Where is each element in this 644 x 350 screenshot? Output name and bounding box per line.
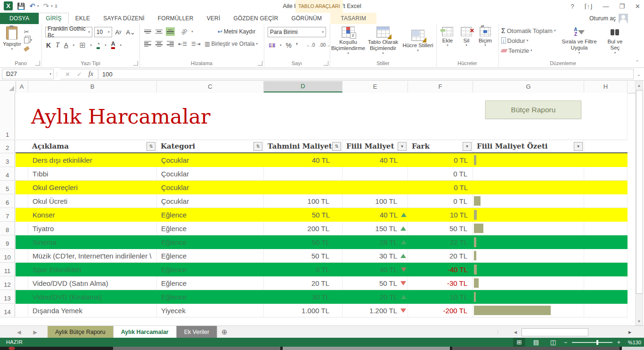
cell-difference[interactable]: -200 TL <box>408 304 473 317</box>
minimize-icon[interactable]: — <box>603 3 609 10</box>
vertical-scrollbar[interactable]: ▲ ▼ <box>635 81 643 325</box>
help-icon[interactable]: ? <box>571 3 574 10</box>
row-header-5[interactable]: 5 <box>0 181 15 194</box>
orientation-icon[interactable]: ab <box>181 28 187 35</box>
name-box[interactable]: D27▾ <box>2 69 54 79</box>
cell-estimated-cost[interactable]: 40 TL <box>264 153 342 167</box>
cell-description[interactable]: Okul Gereçleri <box>28 181 157 194</box>
page-break-view-icon[interactable]: ◫ <box>547 338 559 347</box>
cell-difference[interactable]: 0 TL <box>408 194 473 208</box>
cell-category[interactable]: Eğlence <box>157 290 264 304</box>
align-center-icon[interactable] <box>155 41 163 47</box>
ribbon-tab-tasarim[interactable]: TASARIM <box>330 13 376 24</box>
cell-difference[interactable]: 0 TL <box>408 181 473 194</box>
delete-cells-button[interactable]: ✕ Sil▾ <box>457 27 476 47</box>
cell-actual-cost-summary[interactable] <box>473 249 584 262</box>
cell-difference[interactable]: 22 TL <box>408 235 473 249</box>
cell-category[interactable]: Çocuklar <box>157 153 264 167</box>
font-name-select[interactable]: Franklin Gothic Bc▾ <box>45 27 92 37</box>
normal-view-icon[interactable]: ⊞ <box>513 338 525 347</box>
percent-style-icon[interactable]: % <box>286 42 292 49</box>
bold-button[interactable]: K <box>46 42 51 49</box>
sort-filter-button[interactable]: AZ Sırala ve Filtre Uygula▾ <box>559 26 599 55</box>
cell-difference[interactable]: -30 TL <box>408 276 473 290</box>
row-header-12[interactable]: 12 <box>0 276 15 290</box>
cell-h[interactable] <box>584 222 628 235</box>
sheet-tab[interactable]: Aylık Bütçe Raporu <box>48 326 114 338</box>
cell-description[interactable]: Video/DVD (Satın Alma) <box>28 276 157 290</box>
cell-h[interactable] <box>584 304 628 317</box>
cell-actual-cost-summary[interactable] <box>473 153 584 167</box>
zoom-slider[interactable] <box>572 342 612 343</box>
increase-font-icon[interactable]: Aʸ <box>114 29 123 36</box>
cell-actual-cost[interactable]: 1.200 TL <box>342 304 408 317</box>
cell-actual-cost-summary[interactable] <box>473 167 584 180</box>
cell-category[interactable]: Yiyecek <box>157 304 264 317</box>
cell-category[interactable]: Eğlence <box>157 249 264 262</box>
font-size-select[interactable]: 10▾ <box>94 27 112 37</box>
alignment-dialog-launcher-icon[interactable] <box>258 61 262 66</box>
cell-a[interactable] <box>16 276 28 290</box>
cell-actual-cost[interactable]: 150 TL <box>342 222 408 235</box>
cell-category[interactable]: Çocuklar <box>157 194 264 208</box>
decrease-indent-icon[interactable]: ⇤☰ <box>178 41 187 47</box>
zoom-in-icon[interactable]: + <box>617 339 620 346</box>
row-header-6[interactable]: 6 <box>0 194 15 208</box>
horizontal-scrollbar[interactable] <box>521 328 623 336</box>
conditional-formatting-button[interactable]: ≠ Koşullu Biçimlendirme▾ <box>331 26 366 55</box>
insert-function-icon[interactable]: fx <box>89 70 93 78</box>
top-align-icon[interactable] <box>144 28 151 35</box>
wrap-text-button[interactable]: ↩ Metni Kaydır <box>218 27 255 36</box>
row-header-2[interactable]: 2 <box>0 140 15 153</box>
cell-difference[interactable]: 0 TL <box>408 153 473 167</box>
clipboard-dialog-launcher-icon[interactable] <box>35 61 40 66</box>
formula-input[interactable]: 100 <box>98 69 634 79</box>
cell-estimated-cost[interactable]: 200 TL <box>264 222 342 235</box>
column-header-C[interactable]: C <box>157 81 264 92</box>
row-header-8[interactable]: 8 <box>0 222 15 235</box>
format-cells-button[interactable]: ⇄ Biçim▾ <box>476 27 495 47</box>
column-header-B[interactable]: B <box>28 81 157 92</box>
undo-icon[interactable]: ↶ <box>29 2 35 10</box>
cell-actual-cost[interactable]: 40 TL <box>342 208 408 222</box>
zoom-slider-thumb[interactable] <box>596 340 598 345</box>
ribbon-tab-sayfa düzeni̇[interactable]: SAYFA DÜZENİ <box>97 13 151 24</box>
cell-category[interactable]: Eğlence <box>157 208 264 222</box>
column-header-G[interactable]: G <box>473 81 584 92</box>
row-header-13[interactable]: 13 <box>0 290 15 304</box>
cell-description[interactable]: Spor Etkinlikleri <box>28 263 157 276</box>
cell-actual-cost-summary[interactable] <box>473 194 584 208</box>
cell-actual-cost-summary[interactable] <box>473 222 584 235</box>
cell-actual-cost[interactable]: 20 TL <box>342 290 408 304</box>
sheet-tab[interactable]: Ek Veriler <box>177 326 218 338</box>
cut-button[interactable]: ✂ <box>24 27 33 36</box>
row-header-7[interactable]: 7 <box>0 208 15 222</box>
cell-estimated-cost[interactable]: 0 TL <box>264 263 342 276</box>
cell-a[interactable] <box>16 194 28 208</box>
cell-difference[interactable]: 10 TL <box>408 290 473 304</box>
sheet-nav-right-icon[interactable]: ▶ <box>33 329 37 335</box>
row-header-3[interactable]: 3 <box>0 153 15 167</box>
cell-actual-cost[interactable]: 30 TL <box>342 249 408 262</box>
autosum-button[interactable]: ΣOtomatik Toplam▾ <box>501 26 555 35</box>
increase-indent-icon[interactable]: ☰⇥ <box>191 41 200 47</box>
fill-color-icon[interactable]: ◔ <box>97 41 100 49</box>
save-icon[interactable]: 💾 <box>17 3 25 9</box>
scroll-up-icon[interactable]: ▲ <box>636 82 643 89</box>
cell-description[interactable]: Ders dışı etkinlikler <box>28 153 157 167</box>
cell-description[interactable]: Tıbbi <box>28 167 157 180</box>
find-select-button[interactable]: Bul ve Seç▾ <box>603 26 627 55</box>
filter-dropdown-icon[interactable]: ▾ <box>463 142 472 151</box>
hscroll-right-icon[interactable]: ▶ <box>626 328 634 336</box>
ribbon-tab-görünüm[interactable]: GÖRÜNÜM <box>285 13 329 24</box>
cell-description[interactable]: Sinema <box>28 235 157 249</box>
format-painter-button[interactable] <box>24 44 33 53</box>
cell-estimated-cost[interactable] <box>264 167 342 180</box>
redo-dropdown-icon[interactable]: ▾ <box>51 4 53 8</box>
number-format-select[interactable]: Para Birimi▾ <box>268 27 326 37</box>
page-layout-view-icon[interactable]: ▤ <box>530 338 542 347</box>
cell-category[interactable]: Eğlence <box>157 276 264 290</box>
cell-a[interactable] <box>16 249 28 262</box>
format-as-table-button[interactable]: Tablo Olarak Biçimlendir▾ <box>366 26 400 55</box>
cell-a[interactable] <box>16 167 28 180</box>
